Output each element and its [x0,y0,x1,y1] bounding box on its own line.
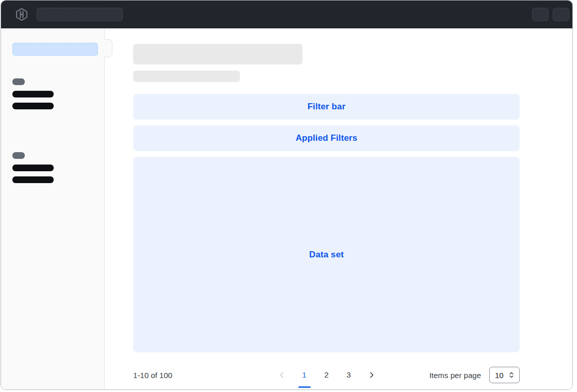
chevron-right-icon[interactable] [366,370,377,380]
active-nav-item-skeleton [12,43,98,56]
chevron-left-icon[interactable] [277,370,287,380]
header-action-skeleton-2 [553,8,569,21]
search-input-skeleton [37,8,123,21]
items-per-page-label: Items per page [429,371,481,380]
nav-item-skeleton [12,176,54,183]
page-title-skeleton [133,44,302,64]
page-button-3[interactable]: 3 [344,369,354,381]
filter-bar-label: Filter bar [308,102,346,112]
nav-section-title-skeleton [12,152,25,159]
nav-item-skeleton [12,91,54,97]
data-set-placeholder: Data set [133,157,520,352]
pagination-range-info: 1-10 of 100 [133,371,172,380]
page-size-select[interactable]: 10 [489,367,520,383]
main-content: Filter bar Applied Filters Data set 1-10… [105,28,572,389]
app-window: Filter bar Applied Filters Data set 1-10… [1,0,573,390]
nav-item-skeleton [12,165,54,171]
pagination-nav: 1 2 3 [277,369,377,381]
items-per-page-group: Items per page 10 [429,367,520,383]
applied-filters-placeholder: Applied Filters [133,125,520,151]
pagination-bar: 1-10 of 100 1 2 3 Items per page 10 [133,363,520,387]
nav-section-title-skeleton [12,78,25,85]
page-size-value: 10 [495,371,504,380]
applied-filters-label: Applied Filters [296,133,358,143]
sidenav-collapse-toggle[interactable] [104,39,113,57]
sidenav [1,28,105,389]
header-action-skeleton-1 [532,8,549,21]
data-set-label: Data set [309,250,344,260]
app-header [1,1,572,28]
nav-item-skeleton [12,103,54,109]
filter-bar-placeholder: Filter bar [133,94,520,120]
page-button-2[interactable]: 2 [322,369,331,381]
page-button-1[interactable]: 1 [300,369,309,381]
unfold-more-icon [508,371,515,379]
hashicorp-logo-icon [15,8,28,21]
page: { "header": { "logo_icon": "hashicorp-lo… [0,0,577,392]
page-subtitle-skeleton [133,71,240,82]
